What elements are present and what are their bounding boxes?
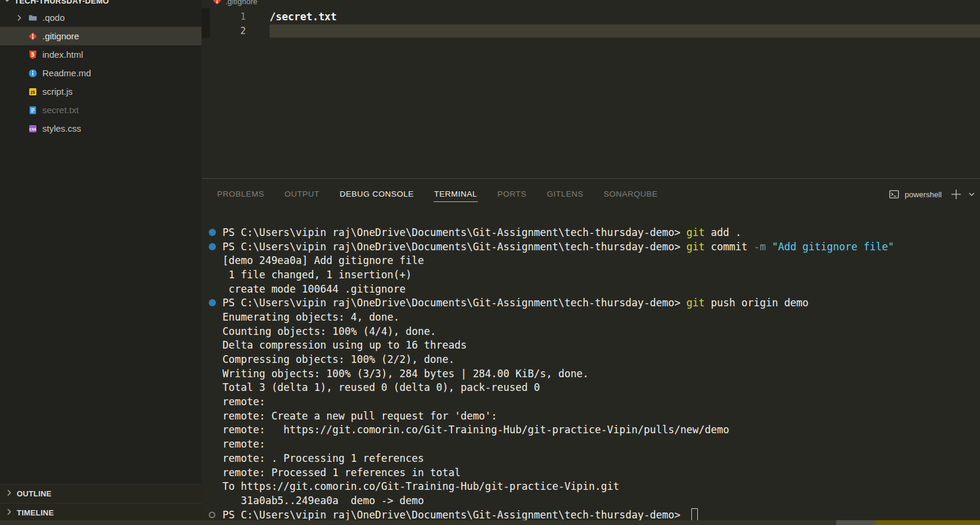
editor-pane[interactable]: .gitignore 1/secret.txt2 xyxy=(202,0,980,178)
chevron-slot xyxy=(14,69,27,78)
info-icon xyxy=(27,68,38,78)
terminal-text-segment: git xyxy=(687,241,705,253)
terminal-controls: powershell xyxy=(889,179,975,210)
terminal-text-segment: Enumerating objects: 4, done. xyxy=(222,311,400,323)
panel-tab-problems[interactable]: PROBLEMS xyxy=(217,187,265,202)
panel-tab-gitlens[interactable]: GITLENS xyxy=(546,187,584,202)
file-name: Readme.md xyxy=(42,68,91,78)
terminal-text-segment: "Add gitignore file" xyxy=(766,241,894,253)
panel-tab-output[interactable]: OUTPUT xyxy=(284,187,320,202)
terminal-line: Counting objects: 100% (4/4), done. xyxy=(202,324,980,338)
panel-tab-terminal[interactable]: TERMINAL xyxy=(434,187,478,202)
file-name: .qodo xyxy=(42,13,65,23)
taskbar-edge-segment xyxy=(836,520,876,525)
chevron-slot xyxy=(14,50,27,60)
terminal-text-segment: [demo 249ea0a] Add gitignore file xyxy=(222,254,424,266)
chevron-right-icon xyxy=(4,488,14,499)
js-icon: JS xyxy=(27,86,38,97)
terminal-line: PS C:\Users\vipin raj\OneDrive\Documents… xyxy=(202,508,980,522)
explorer-section-header[interactable]: TECH-THURSDAY-DEMO xyxy=(0,0,202,8)
file-name: index.html xyxy=(42,49,83,60)
txt-icon xyxy=(27,105,38,115)
sidebar-section-timeline[interactable]: TIMELINE xyxy=(0,503,202,522)
command-decoration-success-icon[interactable] xyxy=(209,229,216,236)
file-item-qodo[interactable]: .qodo xyxy=(0,8,202,27)
terminal-text-segment: 31a0ab5..249ea0a demo -> demo xyxy=(222,495,424,507)
panel-tab-ports[interactable]: PORTS xyxy=(497,187,527,202)
terminal-text-segment: remote: Create a new pull request for 'd… xyxy=(222,410,497,422)
git-file-icon xyxy=(212,0,222,7)
code-line-1: 1/secret.txt xyxy=(202,10,980,24)
command-decoration-prompt-icon[interactable] xyxy=(209,511,215,518)
breadcrumb-filename: .gitignore xyxy=(225,0,257,6)
terminal-text-segment: PS C:\Users\vipin raj\OneDrive\Documents… xyxy=(222,241,687,253)
file-name: styles.css xyxy=(42,123,81,133)
svg-text:CSS: CSS xyxy=(29,127,36,131)
code-area[interactable]: 1/secret.txt2 xyxy=(202,10,980,38)
file-name: secret.txt xyxy=(42,105,79,115)
file-item-gitignore[interactable]: .gitignore xyxy=(0,27,202,45)
terminal-text-segment: git xyxy=(687,226,705,238)
terminal-line: remote: https://git.comorin.co/Git-Train… xyxy=(202,423,980,437)
terminal-text-segment: remote: https://git.comorin.co/Git-Train… xyxy=(222,424,729,436)
file-tree: .qodo.gitignore5index.htmlReadme.mdJSscr… xyxy=(0,8,202,138)
terminal-line: Delta compression using up to 16 threads xyxy=(202,338,980,353)
terminal-cursor xyxy=(691,508,698,521)
terminal-line: To https://git.comorin.co/Git-Training-H… xyxy=(202,479,980,493)
terminal-text-segment: remote: xyxy=(222,438,265,450)
bottom-panel: PROBLEMSOUTPUTDEBUG CONSOLETERMINALPORTS… xyxy=(202,178,980,520)
terminal-line: create mode 100644 .gitignore xyxy=(202,282,980,296)
panel-tab-sonarqube[interactable]: SONARQUBE xyxy=(603,187,659,202)
terminal-line: Compressing objects: 100% (2/2), done. xyxy=(202,352,980,366)
command-decoration-success-icon[interactable] xyxy=(209,243,216,250)
section-label: OUTLINE xyxy=(17,489,51,498)
svg-text:JS: JS xyxy=(30,90,35,95)
terminal-line: [demo 249ea0a] Add gitignore file xyxy=(202,253,980,268)
html-icon: 5 xyxy=(27,49,38,60)
section-label: TIMELINE xyxy=(17,508,54,517)
terminal-text-segment: create mode 100644 .gitignore xyxy=(222,283,406,295)
terminal-dropdown-chevron-icon[interactable] xyxy=(968,191,975,198)
terminal-text-segment: Delta compression using up to 16 threads xyxy=(222,339,466,351)
terminal-line: remote: xyxy=(202,394,980,409)
taskbar-edge-segment xyxy=(0,520,836,525)
command-decoration-success-icon[interactable] xyxy=(209,299,216,306)
terminal-text-segment: Writing objects: 100% (3/3), 284 bytes |… xyxy=(222,368,589,380)
terminal-text-segment: remote: xyxy=(222,396,265,408)
file-item-Readme-md[interactable]: Readme.md xyxy=(0,64,202,82)
file-item-script-js[interactable]: JSscript.js xyxy=(0,82,202,101)
css-icon: CSS xyxy=(27,123,38,133)
terminal-line: Total 3 (delta 1), reused 0 (delta 0), p… xyxy=(202,381,980,395)
file-item-styles-css[interactable]: CSSstyles.css xyxy=(0,119,202,138)
file-item-index-html[interactable]: 5index.html xyxy=(0,45,202,64)
terminal-output[interactable]: PS C:\Users\vipin raj\OneDrive\Documents… xyxy=(202,225,980,521)
terminal-line: PS C:\Users\vipin raj\OneDrive\Documents… xyxy=(202,296,980,310)
sidebar-sections: OUTLINETIMELINE xyxy=(0,484,202,522)
terminal-text-segment: To https://git.comorin.co/Git-Training-H… xyxy=(222,480,619,492)
chevron-right-icon xyxy=(14,13,27,23)
terminal-line: 31a0ab5..249ea0a demo -> demo xyxy=(202,493,980,508)
terminal-line: remote: Create a new pull request for 'd… xyxy=(202,409,980,423)
new-terminal-plus-icon[interactable] xyxy=(950,188,963,201)
shell-name-label[interactable]: powershell xyxy=(905,190,942,199)
panel-tab-debug-console[interactable]: DEBUG CONSOLE xyxy=(339,187,415,202)
terminal-text-segment: PS C:\Users\vipin raj\OneDrive\Documents… xyxy=(222,226,687,238)
line-number: 2 xyxy=(202,26,246,36)
line-number: 1 xyxy=(202,11,246,22)
svg-text:5: 5 xyxy=(31,52,35,57)
terminal-line: 1 file changed, 1 insertion(+) xyxy=(202,268,980,282)
terminal-line: remote: Processed 1 references in total xyxy=(202,465,980,480)
terminal-text-segment: remote: . Processing 1 references xyxy=(222,452,424,464)
terminal-line: Writing objects: 100% (3/3), 284 bytes |… xyxy=(202,366,980,381)
breadcrumb[interactable]: .gitignore xyxy=(202,0,980,8)
taskbar-edge-highlight-segment xyxy=(876,520,980,525)
code-text: /secret.txt xyxy=(270,11,337,23)
sidebar-section-outline[interactable]: OUTLINE xyxy=(0,484,202,503)
terminal-line: PS C:\Users\vipin raj\OneDrive\Documents… xyxy=(202,240,980,254)
chevron-slot xyxy=(14,124,27,133)
git-icon xyxy=(27,31,38,41)
terminal-text-segment: PS C:\Users\vipin raj\OneDrive\Documents… xyxy=(222,297,687,309)
terminal-line: remote: . Processing 1 references xyxy=(202,451,980,465)
file-item-secret-txt[interactable]: secret.txt xyxy=(0,101,202,119)
file-name: script.js xyxy=(42,86,73,97)
